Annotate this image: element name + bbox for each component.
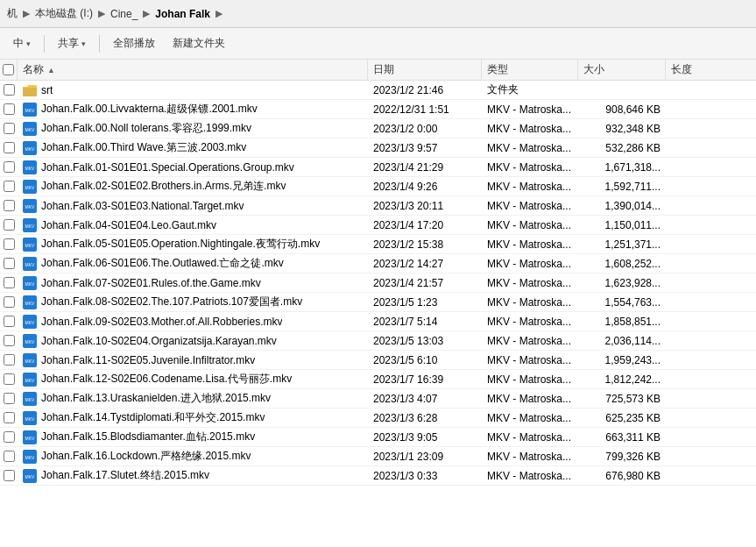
breadcrumb-drive[interactable]: 本地磁盘 (I:) <box>35 6 93 21</box>
table-row[interactable]: MKVJohan.Falk.10-S02E04.Organizatsija.Ka… <box>0 331 756 351</box>
file-type-cell: MKV - Matroska... <box>482 235 578 253</box>
file-name-cell: MKVJohan.Falk.00.Noll tolerans.零容忍.1999.… <box>18 119 368 138</box>
row-checkbox[interactable] <box>4 354 15 366</box>
table-row[interactable]: MKVJohan.Falk.02-S01E02.Brothers.in.Arms… <box>0 177 756 196</box>
table-row[interactable]: MKVJohan.Falk.08-S02E02.The.107.Patriots… <box>0 293 756 312</box>
row-checkbox[interactable] <box>4 238 15 250</box>
row-checkbox[interactable] <box>4 277 15 288</box>
table-row[interactable]: MKVJohan.Falk.17.Slutet.终结.2015.mkv2023/… <box>0 466 756 486</box>
row-checkbox[interactable] <box>4 316 15 327</box>
file-type-cell: MKV - Matroska... <box>482 331 578 350</box>
table-row[interactable]: MKVJohan.Falk.12-S02E06.Codename.Lisa.代号… <box>0 370 756 389</box>
col-header-size[interactable]: 大小 <box>578 60 666 80</box>
row-checkbox[interactable] <box>4 470 15 481</box>
table-row[interactable]: MKVJohan.Falk.00.Noll tolerans.零容忍.1999.… <box>0 119 756 139</box>
file-name-cell: MKVJohan.Falk.11-S02E05.Juvenile.Infiltr… <box>18 351 368 369</box>
file-date-cell: 2022/12/31 1:51 <box>368 100 482 118</box>
file-size-cell: 1,959,243... <box>578 351 666 369</box>
row-checkbox-cell <box>0 351 18 369</box>
row-checkbox[interactable] <box>4 258 15 269</box>
table-row[interactable]: MKVJohan.Falk.14.Tystdiplomati.和平外交.2015… <box>0 408 756 428</box>
table-row[interactable]: MKVJohan.Falk.03-S01E03.National.Target.… <box>0 196 756 216</box>
toolbar: 中 ▾ 共享 ▾ 全部播放 新建文件夹 <box>0 28 756 60</box>
file-name-cell: MKVJohan.Falk.12-S02E06.Codename.Lisa.代号… <box>18 370 368 388</box>
mkv-icon: MKV <box>23 103 37 117</box>
file-date-cell: 2023/1/4 9:26 <box>368 177 482 195</box>
table-row[interactable]: MKVJohan.Falk.00.Livvakterna.超级保镖.2001.m… <box>0 100 756 119</box>
svg-text:MKV: MKV <box>25 281 36 287</box>
svg-text:MKV: MKV <box>25 224 36 229</box>
table-row[interactable]: MKVJohan.Falk.04-S01E04.Leo.Gaut.mkv2023… <box>0 216 756 235</box>
row-checkbox-cell <box>0 389 18 408</box>
file-list-container: 名称 ▲ 日期 类型 大小 长度 srt2023/1/2 21:46文件夹MKV… <box>0 60 756 547</box>
table-row[interactable]: MKVJohan.Falk.13.Uraskanielden.进入地狱.2015… <box>0 389 756 408</box>
table-row[interactable]: MKVJohan.Falk.07-S02E01.Rules.of.the.Gam… <box>0 274 756 293</box>
toolbar-separator-2 <box>99 35 100 53</box>
file-name-text: Johan.Falk.05-S01E05.Operation.Nightinga… <box>41 237 320 252</box>
row-checkbox[interactable] <box>4 393 15 404</box>
breadcrumb-cine[interactable]: Cine_ <box>110 8 138 20</box>
row-checkbox[interactable] <box>4 161 15 173</box>
file-length-cell <box>666 216 736 234</box>
file-name-cell: MKVJohan.Falk.16.Lockdown.严格绝缘.2015.mkv <box>18 447 368 465</box>
row-checkbox[interactable] <box>4 296 15 308</box>
col-header-name[interactable]: 名称 ▲ <box>18 60 368 80</box>
row-checkbox[interactable] <box>4 181 15 192</box>
breadcrumb-current[interactable]: Johan Falk <box>155 8 210 20</box>
mkv-icon: MKV <box>23 199 37 213</box>
row-checkbox[interactable] <box>4 335 15 346</box>
table-row[interactable]: MKVJohan.Falk.11-S02E05.Juvenile.Infiltr… <box>0 351 756 370</box>
share-button[interactable]: 共享 ▾ <box>50 32 94 54</box>
col-header-length[interactable]: 长度 <box>666 60 736 80</box>
table-row[interactable]: srt2023/1/2 21:46文件夹 <box>0 81 756 100</box>
table-row[interactable]: MKVJohan.Falk.06-S01E06.The.Outlawed.亡命之… <box>0 254 756 274</box>
table-row[interactable]: MKVJohan.Falk.16.Lockdown.严格绝缘.2015.mkv2… <box>0 447 756 466</box>
file-length-cell <box>666 466 736 485</box>
row-checkbox[interactable] <box>4 103 15 115</box>
row-checkbox[interactable] <box>4 451 15 462</box>
svg-text:MKV: MKV <box>25 378 36 383</box>
new-folder-label: 新建文件夹 <box>173 36 225 51</box>
view-button[interactable]: 中 ▾ <box>5 32 39 54</box>
svg-rect-0 <box>23 87 37 96</box>
view-arrow-icon: ▾ <box>26 39 31 48</box>
table-row[interactable]: MKVJohan.Falk.01-S01E01.Special.Operatio… <box>0 158 756 177</box>
mkv-icon: MKV <box>23 392 37 406</box>
row-checkbox[interactable] <box>4 219 15 231</box>
row-checkbox-cell <box>0 158 18 176</box>
file-length-cell <box>666 81 736 99</box>
row-checkbox[interactable] <box>4 412 15 423</box>
table-row[interactable]: MKVJohan.Falk.09-S02E03.Mother.of.All.Ro… <box>0 312 756 331</box>
file-length-cell <box>666 370 736 388</box>
view-label: 中 <box>13 36 24 51</box>
row-checkbox[interactable] <box>4 142 15 153</box>
row-checkbox-cell <box>0 216 18 234</box>
file-length-cell <box>666 274 736 292</box>
file-size-cell: 1,671,318... <box>578 158 666 176</box>
table-row[interactable]: MKVJohan.Falk.00.Third Wave.第三波.2003.mkv… <box>0 139 756 158</box>
col-header-date[interactable]: 日期 <box>368 60 482 80</box>
file-name-cell: MKVJohan.Falk.07-S02E01.Rules.of.the.Gam… <box>18 274 368 292</box>
row-checkbox[interactable] <box>4 123 15 134</box>
row-checkbox[interactable] <box>4 200 15 211</box>
file-name-text: Johan.Falk.00.Third Wave.第三波.2003.mkv <box>41 140 246 155</box>
svg-text:MKV: MKV <box>25 243 36 248</box>
row-checkbox-cell <box>0 331 18 350</box>
play-all-button[interactable]: 全部播放 <box>105 32 163 54</box>
mkv-icon: MKV <box>23 430 37 444</box>
mkv-icon: MKV <box>23 450 37 464</box>
new-folder-button[interactable]: 新建文件夹 <box>165 32 233 54</box>
file-date-cell: 2023/1/3 9:57 <box>368 139 482 157</box>
row-checkbox[interactable] <box>4 84 15 96</box>
file-date-cell: 2023/1/4 21:57 <box>368 274 482 292</box>
table-row[interactable]: MKVJohan.Falk.15.Blodsdiamanter.血钻.2015.… <box>0 428 756 447</box>
file-length-cell <box>666 428 736 446</box>
file-date-cell: 2023/1/4 17:20 <box>368 216 482 234</box>
col-header-type[interactable]: 类型 <box>482 60 578 80</box>
row-checkbox[interactable] <box>4 431 15 443</box>
row-checkbox-cell <box>0 428 18 446</box>
table-row[interactable]: MKVJohan.Falk.05-S01E05.Operation.Nighti… <box>0 235 756 254</box>
select-all-checkbox[interactable] <box>3 64 14 75</box>
row-checkbox[interactable] <box>4 373 15 385</box>
file-name-text: Johan.Falk.00.Noll tolerans.零容忍.1999.mkv <box>41 121 251 136</box>
